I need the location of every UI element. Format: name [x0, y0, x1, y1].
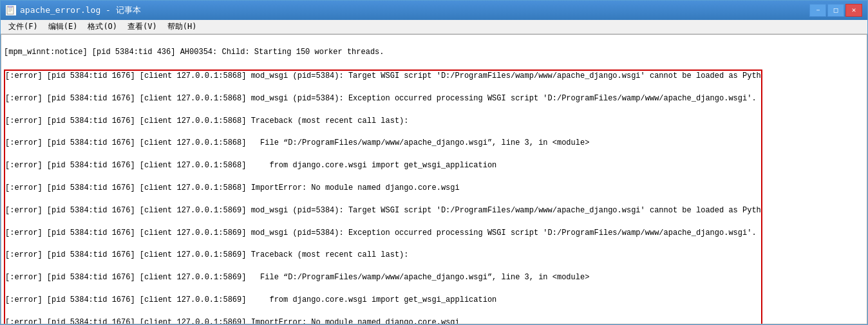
close-button[interactable]: ✕: [845, 4, 862, 17]
menu-view[interactable]: 查看(V): [122, 20, 162, 33]
menu-format[interactable]: 格式(O): [82, 20, 122, 33]
error-block: [:error] [pid 5384:tid 1676] [client 127…: [4, 70, 762, 324]
window-title: apache_error.log - 记事本: [20, 5, 141, 16]
window-controls: － □ ✕: [809, 4, 862, 17]
title-bar-left: apache_error.log - 记事本: [6, 5, 141, 16]
menu-file[interactable]: 文件(F): [3, 20, 43, 33]
notepad-icon: [6, 5, 16, 15]
title-bar: apache_error.log - 记事本 － □ ✕: [1, 1, 867, 20]
menu-help[interactable]: 帮助(H): [162, 20, 202, 33]
window-frame: apache_error.log - 记事本 － □ ✕ 文件(F) 编辑(E)…: [0, 0, 868, 325]
maximize-button[interactable]: □: [827, 4, 844, 17]
minimize-button[interactable]: －: [809, 4, 826, 17]
log-content: [mpm_winnt:notice] [pid 5384:tid 436] AH…: [1, 35, 867, 324]
main-content: [mpm_winnt:notice] [pid 5384:tid 436] AH…: [1, 34, 867, 324]
log-line-top: [mpm_winnt:notice] [pid 5384:tid 436] AH…: [4, 47, 864, 58]
menu-bar: 文件(F) 编辑(E) 格式(O) 查看(V) 帮助(H): [1, 20, 867, 34]
content-wrapper[interactable]: [mpm_winnt:notice] [pid 5384:tid 436] AH…: [1, 35, 867, 324]
menu-edit[interactable]: 编辑(E): [43, 20, 83, 33]
svg-rect-1: [8, 6, 12, 8]
